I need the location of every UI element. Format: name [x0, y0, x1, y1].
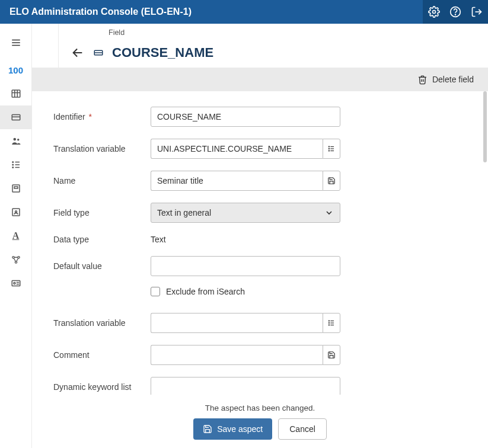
footer: The aspect has been changed. Save aspect… — [32, 395, 488, 448]
sidebar-item-font[interactable]: A — [0, 224, 32, 248]
label-identifier: Identifier * — [53, 112, 151, 121]
breadcrumb-label: Field — [109, 28, 125, 37]
label-translation-var-2: Translation variable — [53, 318, 151, 328]
field-type-value: Text in general — [157, 208, 211, 217]
settings-icon[interactable] — [428, 5, 441, 18]
exclude-isearch-checkbox[interactable] — [151, 287, 160, 296]
svg-point-41 — [328, 321, 329, 321]
svg-rect-22 — [14, 187, 18, 188]
scrollbar[interactable] — [483, 91, 487, 162]
sidebar-item-table[interactable] — [0, 82, 32, 105]
label-dyn-keyword: Dynamic keyword list — [53, 382, 151, 392]
row-dyn-keyword: Dynamic keyword list — [53, 377, 467, 395]
action-bar: Delete field — [32, 68, 488, 91]
cancel-button[interactable]: Cancel — [278, 418, 327, 440]
svg-point-25 — [12, 257, 14, 258]
svg-point-29 — [13, 283, 15, 284]
label-data-type: Data type — [53, 235, 151, 244]
label-default-value: Default value — [53, 261, 151, 271]
main-content: Field COURSE_NAME Delete field Identifie… — [32, 24, 488, 448]
row-default-value: Default value — [53, 256, 467, 276]
app-title: ELO Administration Console (ELO-EN-1) — [9, 7, 192, 17]
translation-var-1-list-icon[interactable] — [323, 139, 340, 159]
delete-field-button[interactable]: Delete field — [417, 75, 474, 85]
row-exclude-isearch: Exclude from iSearch — [151, 287, 467, 296]
label-name: Name — [53, 176, 151, 185]
exclude-isearch-label: Exclude from iSearch — [166, 287, 245, 296]
status-message: The aspect has been changed. — [32, 404, 488, 412]
dyn-keyword-input[interactable] — [151, 377, 340, 395]
sidebar-item-box1[interactable] — [0, 177, 32, 200]
title-row: COURSE_NAME — [58, 38, 488, 68]
svg-point-0 — [433, 11, 436, 14]
svg-point-19 — [12, 167, 14, 168]
sidebar-item-id[interactable] — [0, 271, 32, 295]
chevron-down-icon — [324, 208, 334, 217]
sidebar-item-card[interactable] — [0, 105, 32, 129]
label-field-type: Field type — [53, 208, 151, 217]
svg-point-37 — [328, 148, 329, 149]
sidebar: 100 A — [0, 24, 32, 448]
sidebar-item-users[interactable] — [0, 129, 32, 153]
svg-point-35 — [328, 146, 329, 147]
field-type-select[interactable]: Text in general — [151, 203, 340, 223]
sidebar-item-box2[interactable] — [0, 200, 32, 224]
page-title: COURSE_NAME — [112, 45, 213, 60]
default-value-input[interactable] — [151, 256, 340, 276]
svg-point-13 — [13, 138, 16, 141]
svg-point-24 — [15, 211, 17, 213]
identifier-input[interactable] — [151, 107, 340, 127]
svg-point-43 — [328, 322, 329, 323]
row-field-type: Field type Text in general — [53, 203, 467, 223]
back-arrow-icon[interactable] — [71, 46, 85, 60]
logout-icon[interactable] — [470, 5, 483, 18]
row-translation-var-2: Translation variable — [53, 313, 467, 333]
cancel-label: Cancel — [289, 424, 315, 434]
breadcrumb: Field — [58, 24, 488, 38]
menu-toggle-icon[interactable] — [0, 31, 32, 55]
row-translation-var-1: Translation variable — [53, 139, 467, 159]
svg-point-27 — [15, 261, 17, 263]
save-icon — [203, 424, 212, 434]
translation-var-1-input[interactable] — [151, 139, 323, 159]
translation-var-2-input[interactable] — [151, 313, 323, 333]
top-header: ELO Administration Console (ELO-EN-1) — [0, 0, 488, 24]
save-aspect-button[interactable]: Save aspect — [193, 418, 272, 440]
svg-point-2 — [455, 14, 456, 15]
svg-point-26 — [17, 257, 19, 258]
svg-point-14 — [17, 139, 19, 140]
footer-buttons: Save aspect Cancel — [32, 418, 488, 440]
save-aspect-label: Save aspect — [217, 424, 263, 434]
comment-save-icon[interactable] — [323, 345, 340, 365]
row-name: Name — [53, 171, 467, 191]
svg-point-15 — [12, 162, 14, 163]
data-type-value: Text — [151, 235, 166, 244]
svg-point-45 — [328, 325, 329, 325]
row-identifier: Identifier * — [53, 107, 467, 127]
delete-field-label: Delete field — [432, 75, 474, 84]
sidebar-item-count[interactable]: 100 — [0, 58, 32, 82]
label-comment: Comment — [53, 350, 151, 360]
svg-point-17 — [12, 164, 14, 165]
translation-var-2-list-icon[interactable] — [323, 313, 340, 333]
sidebar-item-nodes[interactable] — [0, 248, 32, 271]
name-input[interactable] — [151, 171, 323, 191]
sidebar-item-list[interactable] — [0, 153, 32, 177]
header-actions — [423, 0, 488, 24]
field-icon — [93, 47, 104, 58]
svg-rect-7 — [12, 90, 20, 97]
form-area: Identifier * Translation variable Name — [32, 91, 488, 395]
row-comment: Comment — [53, 345, 467, 365]
row-data-type: Data type Text — [53, 235, 467, 244]
label-translation-var-1: Translation variable — [53, 144, 151, 153]
comment-input[interactable] — [151, 345, 323, 365]
name-save-icon[interactable] — [323, 171, 340, 191]
svg-point-39 — [328, 151, 329, 151]
help-icon[interactable] — [449, 5, 462, 18]
